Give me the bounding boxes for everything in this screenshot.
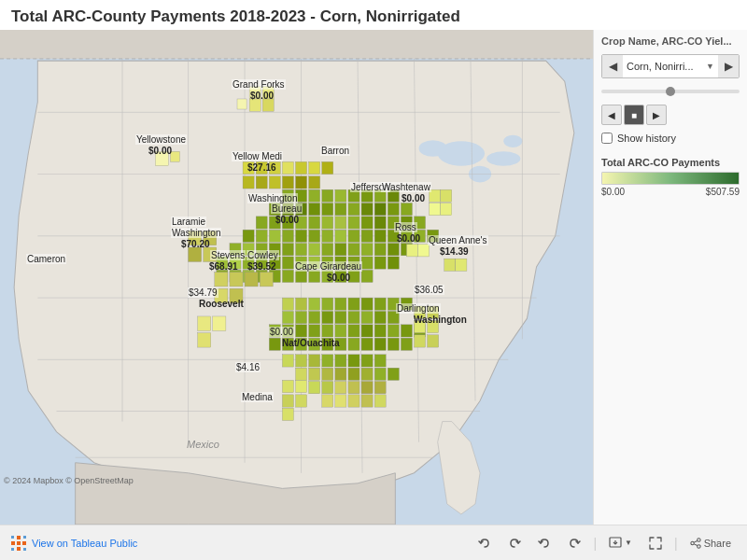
svg-rect-186	[322, 368, 333, 380]
svg-rect-116	[322, 257, 333, 269]
svg-rect-88	[361, 230, 373, 242]
svg-rect-114	[295, 257, 306, 269]
share-button[interactable]: Share	[685, 536, 736, 551]
svg-rect-204	[204, 231, 217, 245]
svg-rect-82	[282, 230, 293, 242]
show-history-label[interactable]: Show history	[617, 133, 676, 144]
svg-rect-155	[295, 325, 306, 337]
svg-rect-178	[309, 355, 320, 367]
svg-rect-86	[335, 230, 346, 242]
svg-rect-172	[361, 338, 373, 350]
svg-rect-130	[322, 270, 333, 282]
svg-rect-111	[256, 257, 267, 269]
share-icon	[690, 538, 701, 549]
svg-rect-200	[348, 395, 359, 407]
svg-rect-210	[260, 272, 273, 286]
svg-rect-146	[309, 311, 320, 323]
svg-rect-170	[335, 338, 346, 350]
slider-track[interactable]	[601, 90, 740, 93]
slider-container[interactable]	[601, 84, 740, 99]
svg-rect-56	[282, 203, 293, 216]
svg-line-250	[694, 543, 697, 545]
svg-point-247	[690, 541, 693, 544]
fullscreen-button[interactable]	[644, 535, 667, 552]
svg-rect-215	[198, 333, 211, 347]
svg-rect-80	[256, 230, 267, 242]
legend-max: $507.59	[706, 187, 740, 197]
svg-rect-241	[23, 536, 26, 539]
crop-prev-button[interactable]: ◀	[602, 54, 623, 78]
svg-rect-64	[388, 203, 399, 216]
svg-rect-171	[348, 338, 359, 350]
svg-rect-52	[361, 189, 373, 202]
svg-rect-29	[249, 99, 261, 111]
svg-rect-232	[441, 189, 452, 202]
svg-rect-95	[243, 244, 254, 256]
svg-rect-62	[361, 203, 373, 216]
svg-rect-175	[401, 338, 412, 350]
map-area: Grand Forks $0.00 Yellowstone $0.00 Yell…	[0, 30, 593, 525]
redo-button[interactable]	[503, 535, 526, 552]
undo-button[interactable]	[473, 535, 496, 552]
svg-rect-108	[217, 257, 228, 269]
undo2-button[interactable]	[533, 535, 556, 552]
play-forward-button[interactable]: ▶	[646, 105, 667, 125]
svg-rect-221	[414, 306, 425, 318]
svg-rect-76	[388, 217, 399, 229]
svg-rect-83	[295, 230, 306, 242]
show-history-checkbox[interactable]	[601, 133, 613, 144]
svg-rect-173	[374, 338, 386, 350]
dropdown-arrow-icon: ▼	[706, 62, 714, 71]
view-on-tableau-link[interactable]: View on Tableau Public	[32, 538, 137, 549]
svg-rect-34	[256, 161, 267, 174]
svg-rect-73	[348, 217, 359, 229]
svg-rect-48	[309, 189, 320, 202]
svg-rect-211	[215, 288, 228, 302]
crop-value-text: Corn, Nonirri...	[627, 61, 704, 72]
play-back-button[interactable]: ◀	[601, 105, 622, 125]
play-stop-button[interactable]: ■	[624, 105, 644, 125]
svg-rect-236	[17, 541, 21, 545]
svg-rect-227	[406, 245, 417, 257]
download-icon	[609, 537, 622, 550]
svg-rect-26	[249, 87, 261, 99]
svg-rect-110	[243, 257, 254, 269]
fullscreen-icon	[649, 537, 662, 550]
download-button[interactable]: ▼	[604, 535, 637, 552]
svg-rect-242	[11, 548, 14, 551]
svg-rect-208	[230, 272, 243, 286]
svg-rect-231	[430, 189, 441, 202]
svg-rect-91	[401, 230, 412, 242]
svg-rect-31	[155, 151, 168, 165]
right-panel: Crop Name, ARC-CO Yiel... ◀ Corn, Nonirr…	[593, 30, 747, 525]
legend-container: Total ARC-CO Payments $0.00 $507.59	[601, 157, 740, 197]
svg-rect-137	[322, 298, 333, 310]
svg-rect-187	[335, 368, 346, 380]
svg-rect-49	[322, 189, 333, 202]
svg-rect-90	[388, 230, 399, 242]
bottom-bar: View on Tableau Public	[0, 525, 747, 560]
svg-rect-198	[322, 395, 333, 407]
svg-rect-185	[309, 368, 320, 380]
svg-rect-201	[361, 395, 373, 407]
svg-rect-30	[262, 99, 274, 111]
svg-rect-228	[418, 245, 430, 257]
crop-next-button[interactable]: ▶	[718, 54, 739, 78]
svg-rect-120	[374, 257, 386, 269]
svg-rect-239	[22, 541, 26, 545]
crop-value-container[interactable]: Corn, Nonirri... ▼	[623, 61, 718, 72]
svg-rect-61	[348, 203, 359, 216]
svg-rect-68	[282, 217, 293, 229]
slider-thumb[interactable]	[666, 87, 675, 96]
svg-point-6	[486, 151, 520, 165]
svg-rect-74	[361, 217, 373, 229]
svg-rect-101	[322, 244, 333, 256]
svg-rect-196	[361, 382, 373, 394]
redo2-button[interactable]	[563, 535, 585, 552]
svg-rect-103	[348, 244, 359, 256]
svg-rect-87	[348, 230, 359, 242]
svg-rect-69	[295, 217, 306, 229]
svg-rect-142	[388, 298, 399, 310]
svg-rect-60	[335, 203, 346, 216]
svg-rect-141	[374, 298, 386, 310]
